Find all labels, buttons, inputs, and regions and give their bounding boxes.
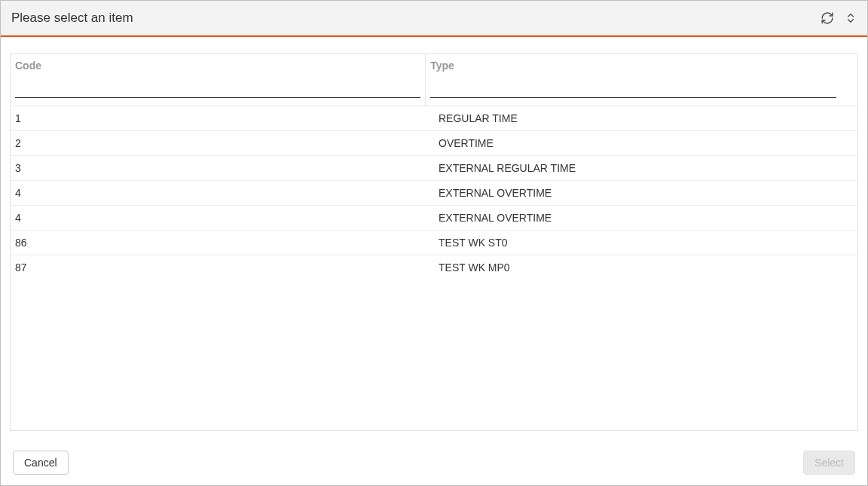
column-header-code[interactable]: Code: [11, 54, 426, 76]
cell-type: REGULAR TIME: [434, 106, 857, 131]
cell-type: OVERTIME: [434, 131, 857, 156]
table-row[interactable]: 1REGULAR TIME: [11, 106, 857, 131]
filter-type-input[interactable]: [430, 79, 836, 98]
select-item-dialog: Please select an item: [0, 0, 868, 486]
dialog-content: Code Type: [1, 37, 867, 440]
table-row[interactable]: 4EXTERNAL OVERTIME: [11, 181, 857, 206]
table-row[interactable]: 87TEST WK MP0: [11, 255, 857, 280]
table-row[interactable]: 86TEST WK ST0: [11, 231, 857, 255]
refresh-icon[interactable]: [821, 11, 834, 25]
cell-type: EXTERNAL OVERTIME: [434, 206, 857, 231]
cell-type: TEST WK MP0: [434, 255, 857, 280]
column-filters: [11, 76, 857, 105]
cell-type: EXTERNAL OVERTIME: [434, 181, 857, 206]
expand-collapse-icon[interactable]: [845, 11, 857, 25]
header-actions: [821, 11, 857, 25]
dialog-title: Please select an item: [11, 11, 821, 26]
items-table: Code Type: [10, 53, 858, 431]
cell-code: 1: [11, 106, 434, 131]
cell-code: 4: [11, 206, 434, 231]
dialog-footer: Cancel Select: [1, 440, 867, 485]
cell-type: EXTERNAL REGULAR TIME: [434, 156, 857, 181]
filter-code-input[interactable]: [15, 79, 420, 98]
table-row[interactable]: 4EXTERNAL OVERTIME: [11, 206, 857, 231]
table-head: Code Type: [11, 54, 857, 105]
cell-code: 86: [11, 231, 434, 255]
cell-code: 87: [11, 255, 434, 280]
table-scroll[interactable]: 1REGULAR TIME2OVERTIME3EXTERNAL REGULAR …: [11, 105, 857, 430]
table-row[interactable]: 2OVERTIME: [11, 131, 857, 156]
column-header-type[interactable]: Type: [426, 54, 841, 76]
cell-code: 4: [11, 181, 434, 206]
dialog-header: Please select an item: [1, 1, 867, 37]
cell-type: TEST WK ST0: [434, 231, 857, 255]
cell-code: 3: [11, 156, 434, 181]
table-row[interactable]: 3EXTERNAL REGULAR TIME: [11, 156, 857, 181]
table-body: 1REGULAR TIME2OVERTIME3EXTERNAL REGULAR …: [11, 106, 857, 280]
cell-code: 2: [11, 131, 434, 156]
column-headers: Code Type: [11, 54, 857, 76]
select-button[interactable]: Select: [803, 451, 855, 475]
cancel-button[interactable]: Cancel: [13, 451, 69, 475]
